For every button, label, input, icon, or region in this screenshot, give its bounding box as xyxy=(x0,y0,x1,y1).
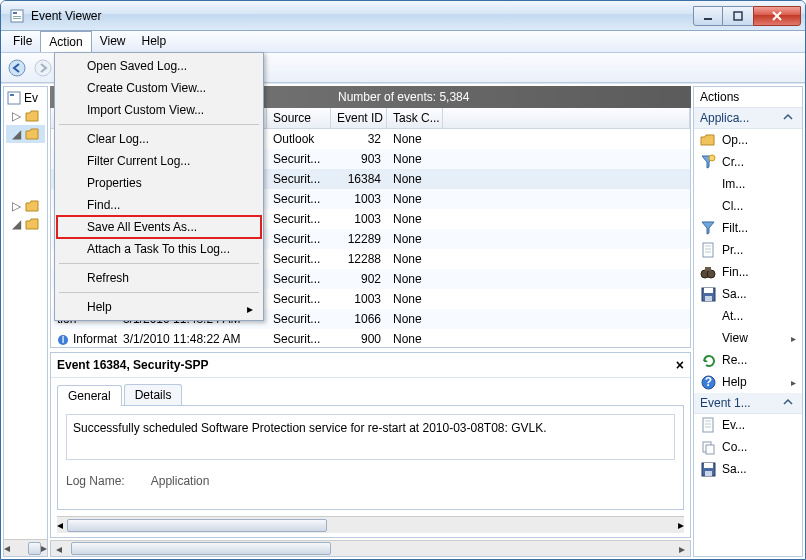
menu-view[interactable]: View xyxy=(92,31,134,52)
menu-help[interactable]: Help xyxy=(134,31,175,52)
svg-text:?: ? xyxy=(704,375,711,389)
tree-hscroll[interactable]: ◂▸ xyxy=(4,539,47,556)
tab-details[interactable]: Details xyxy=(124,384,183,405)
action-filt[interactable]: Filt... xyxy=(694,217,802,239)
action-label: At... xyxy=(722,309,796,323)
action-sa[interactable]: Sa... xyxy=(694,458,802,480)
blank-icon xyxy=(700,198,716,214)
tree-root[interactable]: Ev xyxy=(6,89,45,107)
svg-rect-2 xyxy=(13,16,21,17)
svg-point-12 xyxy=(709,155,715,161)
folder-icon xyxy=(24,108,40,124)
action-op[interactable]: Op... xyxy=(694,129,802,151)
blank-icon xyxy=(700,330,716,346)
titlebar[interactable]: Event Viewer xyxy=(1,1,805,31)
action-label: Sa... xyxy=(722,287,796,301)
event-row[interactable]: iInformation3/1/2010 11:48:22 AMSecurit.… xyxy=(51,329,690,347)
cell-taskcat: None xyxy=(387,290,443,308)
action-pr[interactable]: Pr... xyxy=(694,239,802,261)
actions-group-application[interactable]: Applica... xyxy=(694,108,802,129)
folder-icon xyxy=(24,144,40,160)
folder-icon xyxy=(24,198,40,214)
collapse-icon xyxy=(782,111,796,125)
events-hscroll[interactable]: ◂ ▸ xyxy=(50,540,691,557)
menu-item-attach-a-task-to-this-log[interactable]: Attach a Task To this Log... xyxy=(57,238,261,260)
tree-node[interactable] xyxy=(6,179,45,197)
actions-pane: Actions Applica... Op...Cr...Im...Cl...F… xyxy=(693,86,803,557)
menubar: File Action View Help xyxy=(1,31,805,53)
detail-close-icon[interactable]: × xyxy=(676,357,684,373)
tree-expander-icon[interactable]: ▷ xyxy=(12,199,22,213)
action-co[interactable]: Co... xyxy=(694,436,802,458)
tree-expander-icon[interactable]: ◢ xyxy=(12,217,22,231)
back-button[interactable] xyxy=(5,56,29,80)
menu-file[interactable]: File xyxy=(5,31,40,52)
menu-item-import-custom-view[interactable]: Import Custom View... xyxy=(57,99,261,121)
tab-general[interactable]: General xyxy=(57,385,122,406)
cell-taskcat: None xyxy=(387,230,443,248)
action-cr[interactable]: Cr... xyxy=(694,151,802,173)
menu-item-create-custom-view[interactable]: Create Custom View... xyxy=(57,77,261,99)
action-at[interactable]: At... xyxy=(694,305,802,327)
col-eventid[interactable]: Event ID xyxy=(331,108,387,128)
action-label: Pr... xyxy=(722,243,796,257)
cell-source: Securit... xyxy=(267,270,331,288)
actions-group-event[interactable]: Event 1... xyxy=(694,393,802,414)
svg-point-6 xyxy=(9,60,25,76)
close-button[interactable] xyxy=(753,6,801,26)
action-cl[interactable]: Cl... xyxy=(694,195,802,217)
action-label: Help xyxy=(722,375,785,389)
cell-source: Outlook xyxy=(267,130,331,148)
tree-node[interactable] xyxy=(6,143,45,161)
maximize-button[interactable] xyxy=(723,6,753,26)
page-icon xyxy=(700,242,716,258)
detail-hscroll[interactable]: ◂ ▸ xyxy=(57,516,684,533)
menu-item-filter-current-log[interactable]: Filter Current Log... xyxy=(57,150,261,172)
tree-node[interactable]: ▷ xyxy=(6,107,45,125)
cell-datetime: 3/1/2010 11:48:22 AM xyxy=(117,330,267,347)
mmc-icon xyxy=(6,90,22,106)
action-label: Re... xyxy=(722,353,796,367)
action-sa[interactable]: Sa... xyxy=(694,283,802,305)
svg-rect-4 xyxy=(704,18,712,20)
svg-rect-21 xyxy=(704,288,713,293)
cell-taskcat: None xyxy=(387,130,443,148)
tree-node[interactable] xyxy=(6,161,45,179)
detail-tabs: General Details xyxy=(51,378,690,405)
col-source[interactable]: Source xyxy=(267,108,331,128)
cell-taskcat: None xyxy=(387,170,443,188)
cell-source: Securit... xyxy=(267,290,331,308)
menu-action[interactable]: Action xyxy=(40,31,91,52)
col-taskcat[interactable]: Task C... xyxy=(387,108,443,128)
action-help[interactable]: ?Help▸ xyxy=(694,371,802,393)
blank-icon xyxy=(700,308,716,324)
submenu-arrow-icon: ▸ xyxy=(247,302,253,316)
action-im[interactable]: Im... xyxy=(694,173,802,195)
menu-item-clear-log[interactable]: Clear Log... xyxy=(57,128,261,150)
tree-node[interactable]: ◢ xyxy=(6,125,45,143)
menu-item-open-saved-log[interactable]: Open Saved Log... xyxy=(57,55,261,77)
cell-taskcat: None xyxy=(387,310,443,328)
cell-eventid: 16384 xyxy=(331,170,387,188)
tree-node[interactable]: ◢ xyxy=(6,215,45,233)
action-view[interactable]: View▸ xyxy=(694,327,802,349)
window-title: Event Viewer xyxy=(31,9,693,23)
menu-item-refresh[interactable]: Refresh xyxy=(57,267,261,289)
menu-item-find[interactable]: Find... xyxy=(57,194,261,216)
action-ev[interactable]: Ev... xyxy=(694,414,802,436)
tree-expander-icon[interactable]: ▷ xyxy=(12,109,22,123)
tree-node[interactable]: ▷ xyxy=(6,197,45,215)
menu-item-help[interactable]: Help▸ xyxy=(57,296,261,318)
action-re[interactable]: Re... xyxy=(694,349,802,371)
menu-separator xyxy=(59,263,259,264)
tab-general-pane: Successfully scheduled Software Protecti… xyxy=(57,405,684,510)
menu-item-properties[interactable]: Properties xyxy=(57,172,261,194)
tree-pane: Ev▷◢▷◢ ◂▸ xyxy=(3,86,48,557)
action-label: Cl... xyxy=(722,199,796,213)
forward-button[interactable] xyxy=(31,56,55,80)
cell-taskcat: None xyxy=(387,250,443,268)
tree-expander-icon[interactable]: ◢ xyxy=(12,127,22,141)
action-fin[interactable]: Fin... xyxy=(694,261,802,283)
menu-item-save-all-events-as[interactable]: Save All Events As... xyxy=(57,216,261,238)
minimize-button[interactable] xyxy=(693,6,723,26)
